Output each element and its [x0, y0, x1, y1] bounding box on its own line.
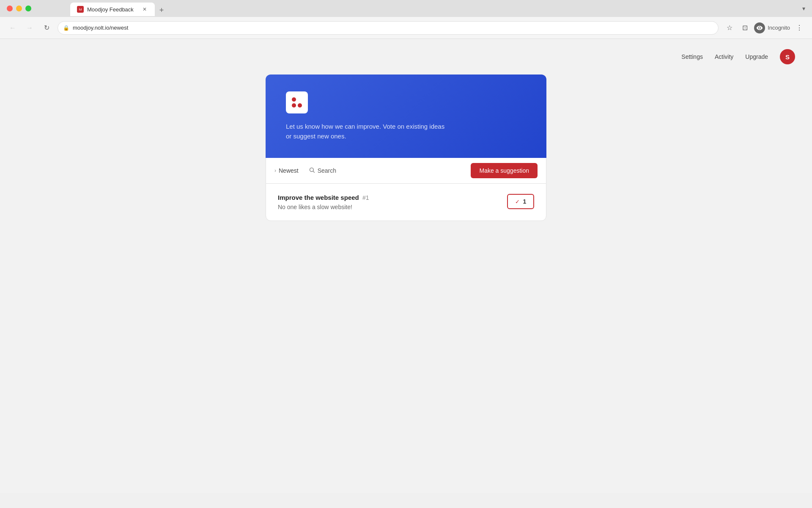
- suggestion-info: Improve the website speed #1 No one like…: [278, 194, 507, 210]
- browser-menu-button[interactable]: ⋮: [793, 22, 805, 34]
- tab-bar: M Moodjoy Feedback ✕ +: [36, 1, 167, 16]
- browser-toolbar: ← → ↻ 🔒 moodjoy.nolt.io/newest ☆ ⊡ Incog…: [0, 17, 812, 39]
- suggestion-id: #1: [362, 194, 369, 201]
- make-suggestion-button[interactable]: Make a suggestion: [471, 163, 538, 178]
- tab-title: Moodjoy Feedback: [87, 6, 134, 13]
- maximize-window-button[interactable]: [25, 6, 31, 11]
- title-bar: M Moodjoy Feedback ✕ + ▾: [0, 0, 812, 17]
- back-button[interactable]: ←: [7, 22, 19, 34]
- app-content: Settings Activity Upgrade S Let us know …: [0, 39, 812, 493]
- suggestions-list: Improve the website speed #1 No one like…: [266, 183, 546, 221]
- vote-check-icon: ✓: [515, 199, 520, 205]
- chevron-right-icon: ›: [274, 168, 276, 174]
- activity-link[interactable]: Activity: [715, 53, 733, 60]
- sort-filter[interactable]: › Newest: [274, 167, 299, 174]
- split-screen-button[interactable]: ⊡: [739, 22, 751, 34]
- brand-logo: [286, 91, 308, 113]
- active-tab[interactable]: M Moodjoy Feedback ✕: [70, 3, 155, 16]
- browser-chrome: M Moodjoy Feedback ✕ + ▾ ← → ↻ 🔒 moodjoy…: [0, 0, 812, 39]
- main-content: Let us know how we can improve. Vote on …: [0, 75, 812, 221]
- dot-4: [298, 103, 302, 108]
- incognito-badge: Incognito: [754, 22, 790, 33]
- vote-button[interactable]: ✓ 1: [507, 194, 534, 209]
- action-bar: › Newest Search Make a suggestion: [266, 158, 546, 183]
- brand-logo-dots: [291, 97, 303, 108]
- suggestion-title: Improve the website speed #1: [278, 194, 507, 201]
- dot-2: [298, 97, 302, 102]
- search-label: Search: [318, 167, 336, 174]
- traffic-lights: [7, 6, 31, 11]
- top-navigation: Settings Activity Upgrade S: [0, 39, 812, 75]
- svg-line-1: [313, 171, 314, 172]
- dot-3: [292, 103, 296, 108]
- incognito-label: Incognito: [768, 25, 790, 31]
- tab-close-button[interactable]: ✕: [141, 6, 148, 13]
- upgrade-link[interactable]: Upgrade: [745, 53, 768, 60]
- search-button[interactable]: Search: [309, 167, 336, 174]
- feedback-board: Let us know how we can improve. Vote on …: [266, 75, 546, 221]
- browser-actions: ☆ ⊡ Incognito ⋮: [724, 22, 805, 34]
- table-row: Improve the website speed #1 No one like…: [266, 184, 546, 221]
- reload-button[interactable]: ↻: [41, 22, 52, 34]
- url-text: moodjoy.nolt.io/newest: [73, 25, 128, 31]
- new-tab-button[interactable]: +: [156, 4, 167, 16]
- svg-point-0: [310, 168, 313, 172]
- bookmark-button[interactable]: ☆: [724, 22, 735, 34]
- address-bar[interactable]: 🔒 moodjoy.nolt.io/newest: [58, 21, 719, 35]
- suggestion-description: No one likes a slow website!: [278, 204, 507, 210]
- hero-description: Let us know how we can improve. Vote on …: [286, 122, 447, 141]
- lock-icon: 🔒: [63, 25, 69, 31]
- suggestion-title-text: Improve the website speed: [278, 194, 359, 201]
- forward-button[interactable]: →: [24, 22, 36, 34]
- avatar[interactable]: S: [780, 49, 795, 64]
- hero-banner: Let us know how we can improve. Vote on …: [266, 75, 546, 158]
- minimize-window-button[interactable]: [16, 6, 22, 11]
- settings-link[interactable]: Settings: [681, 53, 703, 60]
- vote-count: 1: [523, 198, 527, 205]
- tab-favicon: M: [77, 6, 84, 13]
- dot-1: [292, 97, 296, 102]
- sort-label: Newest: [279, 167, 299, 174]
- incognito-icon: [754, 22, 765, 33]
- close-window-button[interactable]: [7, 6, 13, 11]
- search-icon: [309, 167, 315, 174]
- tab-list-button[interactable]: ▾: [802, 5, 805, 12]
